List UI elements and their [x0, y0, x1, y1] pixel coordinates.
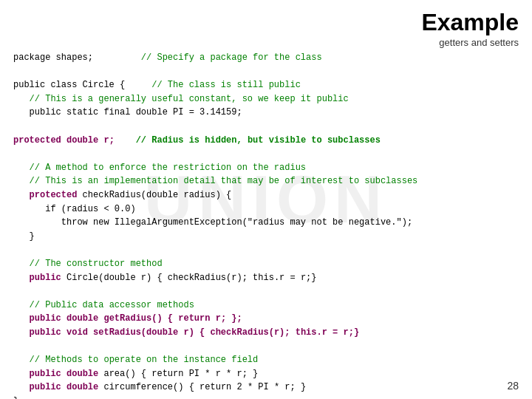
code-line: public Circle(double r) { checkRadius(r)…	[13, 271, 519, 285]
code-line: package shapes; // Specify a package for…	[13, 51, 519, 65]
main-content: Example getters and setters package shap…	[0, 0, 532, 399]
code-line	[13, 65, 519, 79]
code-line: // Public data accessor methods	[13, 299, 519, 313]
code-line	[13, 284, 519, 299]
code-line: public class Circle { // The class is st…	[13, 78, 519, 92]
code-line: public static final double PI = 3.14159;	[13, 106, 519, 120]
code-line: public double area() { return PI * r * r…	[13, 367, 519, 381]
code-line: }	[13, 230, 519, 244]
code-line: // This is an implementation detail that…	[13, 174, 519, 188]
code-block: package shapes; // Specify a package for…	[13, 51, 519, 399]
code-line: // This is a generally useful constant, …	[13, 92, 519, 106]
code-line	[13, 147, 519, 161]
code-line: // The constructor method	[13, 257, 519, 271]
code-line-highlighted: protected double r; // Radius is hidden,…	[13, 134, 519, 148]
code-line	[13, 243, 519, 257]
code-line: protected checkRadius(double radius) {	[13, 188, 519, 202]
code-line: if (radius < 0.0)	[13, 202, 519, 216]
code-line: // A method to enforce the restriction o…	[13, 161, 519, 175]
subtitle: getters and setters	[421, 37, 519, 48]
code-line-accessor: public void setRadius(double r) { checkR…	[13, 326, 519, 340]
code-line: // Methods to operate on the instance fi…	[13, 353, 519, 367]
code-line: public double circumference() { return 2…	[13, 381, 519, 395]
code-line: throw new IllegalArgumentException("radi…	[13, 216, 519, 230]
code-line	[13, 339, 519, 353]
code-line: }	[13, 395, 519, 399]
example-title: Example	[421, 10, 519, 34]
code-line	[13, 120, 519, 134]
header-row: Example getters and setters	[13, 10, 519, 48]
code-line-accessor: public double getRadius() { return r; };	[13, 312, 519, 326]
